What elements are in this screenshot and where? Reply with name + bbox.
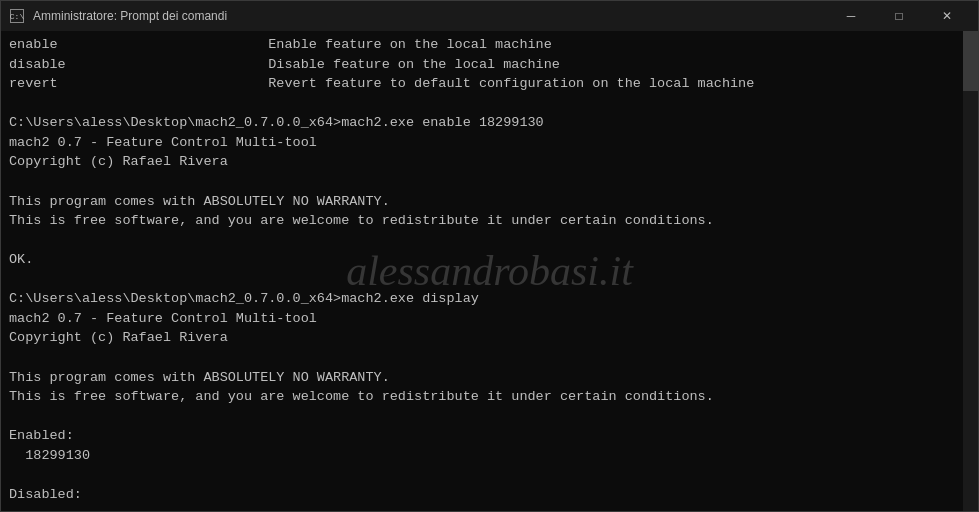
terminal-line: enable Enable feature on the local machi…	[9, 35, 970, 55]
terminal-line	[9, 231, 970, 251]
close-button[interactable]: ✕	[924, 1, 970, 31]
terminal-line	[9, 505, 970, 512]
scrollbar-thumb[interactable]	[963, 31, 978, 91]
terminal-line: This is free software, and you are welco…	[9, 387, 970, 407]
terminal-line: OK.	[9, 250, 970, 270]
terminal-line	[9, 465, 970, 485]
terminal-window: C:\ Amministratore: Prompt dei comandi ─…	[0, 0, 979, 512]
cmd-icon: C:\	[9, 8, 25, 24]
scrollbar[interactable]	[963, 31, 978, 511]
title-bar-controls: ─ □ ✕	[828, 1, 970, 31]
terminal-line: C:\Users\aless\Desktop\mach2_0.7.0.0_x64…	[9, 289, 970, 309]
terminal-line: revert Revert feature to default configu…	[9, 74, 970, 94]
terminal-line	[9, 94, 970, 114]
terminal-lines: enable Enable feature on the local machi…	[9, 35, 970, 511]
terminal-line: mach2 0.7 - Feature Control Multi-tool	[9, 133, 970, 153]
terminal-line: This program comes with ABSOLUTELY NO WA…	[9, 192, 970, 212]
terminal-line	[9, 348, 970, 368]
title-bar: C:\ Amministratore: Prompt dei comandi ─…	[1, 1, 978, 31]
terminal-line: C:\Users\aless\Desktop\mach2_0.7.0.0_x64…	[9, 113, 970, 133]
terminal-line: This is free software, and you are welco…	[9, 211, 970, 231]
terminal-line: 18299130	[9, 446, 970, 466]
terminal-line: disable Disable feature on the local mac…	[9, 55, 970, 75]
terminal-line: This program comes with ABSOLUTELY NO WA…	[9, 368, 970, 388]
terminal-output: alessandrobasi.it enable Enable feature …	[1, 31, 978, 511]
terminal-line	[9, 172, 970, 192]
terminal-line: Enabled:	[9, 426, 970, 446]
terminal-line: Copyright (c) Rafael Rivera	[9, 152, 970, 172]
minimize-button[interactable]: ─	[828, 1, 874, 31]
terminal-line: mach2 0.7 - Feature Control Multi-tool	[9, 309, 970, 329]
terminal-line	[9, 270, 970, 290]
maximize-button[interactable]: □	[876, 1, 922, 31]
terminal-line: Copyright (c) Rafael Rivera	[9, 328, 970, 348]
terminal-line	[9, 407, 970, 427]
window-title: Amministratore: Prompt dei comandi	[33, 9, 227, 23]
terminal-line: Disabled:	[9, 485, 970, 505]
title-bar-left: C:\ Amministratore: Prompt dei comandi	[9, 8, 227, 24]
